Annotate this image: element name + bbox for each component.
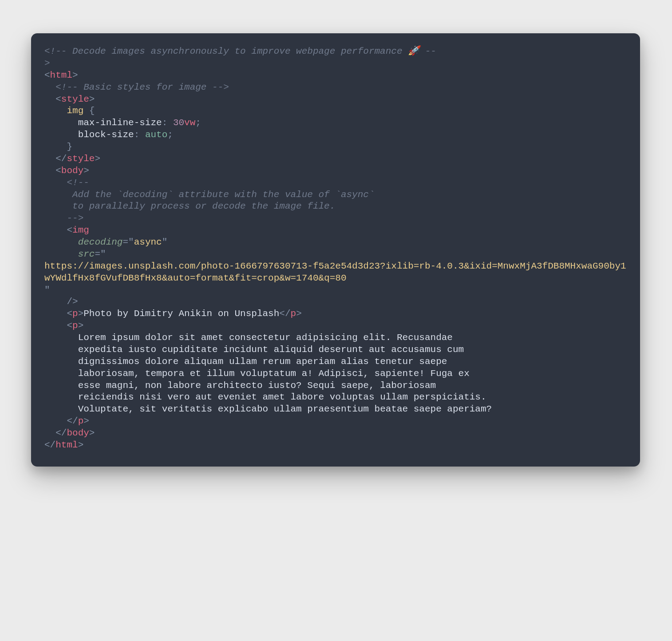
p1-open-gt: > xyxy=(78,309,84,319)
css-prop-block-size: block-size xyxy=(78,130,134,140)
p2-open-gt: > xyxy=(78,320,84,331)
body-open-lt: < xyxy=(55,166,61,176)
eq-2: = xyxy=(95,249,100,259)
p1-close-gt: > xyxy=(296,309,302,319)
attr-src: src xyxy=(78,249,95,259)
comment-block-line2: to parallelly process or decode the imag… xyxy=(72,201,335,211)
html-tag-close: html xyxy=(55,440,78,450)
style-tag-close: style xyxy=(67,154,95,164)
p2-tag-close: p xyxy=(78,416,84,426)
css-semi-1: ; xyxy=(195,118,201,128)
lorem-line1: Lorem ipsum dolor sit amet consectetur a… xyxy=(78,332,453,343)
body-tag-close: body xyxy=(67,428,89,438)
attr-decoding: decoding xyxy=(78,237,123,247)
code-block: <!-- Decode images asynchronously to imp… xyxy=(44,46,627,451)
css-brace-close: } xyxy=(67,142,72,152)
css-val-auto: auto xyxy=(145,130,167,140)
p2-open-lt: < xyxy=(67,320,72,331)
body-open-gt: > xyxy=(83,166,89,176)
val-url: https://images.unsplash.com/photo-166679… xyxy=(44,261,626,283)
p1-close-lt: </ xyxy=(279,309,290,319)
lorem-line6: reiciendis nisi vero aut eveniet amet la… xyxy=(78,392,486,402)
comment-block-close: --> xyxy=(67,213,83,223)
comment-top-line1: <!-- Decode images asynchronously to imp… xyxy=(44,46,436,56)
code-card: <!-- Decode images asynchronously to imp… xyxy=(31,33,640,467)
quote-close-1: " xyxy=(162,237,168,247)
val-async: async xyxy=(134,237,162,247)
quote-open-2: " xyxy=(100,249,106,259)
css-num-30: 30 xyxy=(173,118,184,128)
lorem-line7: Voluptate, sit veritatis explicabo ullam… xyxy=(78,404,492,414)
p1-tag-close: p xyxy=(291,309,296,319)
p2-tag-open: p xyxy=(72,320,78,331)
quote-open-1: " xyxy=(128,237,134,247)
lorem-line2: expedita iusto cupiditate incidunt aliqu… xyxy=(78,344,464,355)
html-close-gt: > xyxy=(78,440,84,450)
body-tag-open: body xyxy=(61,166,83,176)
p2-close-lt: </ xyxy=(67,416,78,426)
p2-close-gt: > xyxy=(83,416,89,426)
img-open-lt: < xyxy=(67,225,72,235)
css-colon-1: : xyxy=(162,118,168,128)
html-tag: html xyxy=(50,70,72,80)
style-open-gt: > xyxy=(89,94,95,104)
p1-open-lt: < xyxy=(67,309,72,319)
html-close-lt: </ xyxy=(44,440,55,450)
comment-block-line1: Add the `decoding` attribute with the va… xyxy=(72,190,375,200)
css-colon-2: : xyxy=(134,130,140,140)
body-close-lt: </ xyxy=(55,428,67,438)
lorem-line4: laboriosam, tempora et illum voluptatum … xyxy=(78,368,470,379)
css-unit-vw: vw xyxy=(184,118,195,128)
style-open-lt: < xyxy=(55,94,61,104)
style-close-lt: </ xyxy=(55,154,67,164)
quote-close-2: " xyxy=(44,285,50,295)
p1-tag-open: p xyxy=(72,309,78,319)
lorem-line3: dignissimos dolore aliquam ullam rerum a… xyxy=(78,356,447,367)
img-selfclose: /> xyxy=(67,297,78,307)
eq-1: = xyxy=(123,237,128,247)
style-tag-open: style xyxy=(61,94,89,104)
css-prop-max-inline-size: max-inline-size xyxy=(78,118,162,128)
html-open-lt: < xyxy=(44,70,50,80)
comment-top-line2: > xyxy=(44,58,50,68)
lorem-line5: esse magni, non labore architecto iusto?… xyxy=(78,380,436,391)
comment-styles: <!-- Basic styles for image --> xyxy=(55,82,229,92)
css-semi-2: ; xyxy=(167,130,173,140)
p1-text: Photo by Dimitry Anikin on Unsplash xyxy=(83,309,279,319)
css-brace-open: { xyxy=(83,106,95,116)
sp2 xyxy=(139,130,145,140)
stage: <!-- Decode images asynchronously to imp… xyxy=(0,0,672,641)
html-open-gt: > xyxy=(72,70,78,80)
style-close-gt: > xyxy=(95,154,100,164)
comment-block-open: <!-- xyxy=(67,178,89,188)
img-tag: img xyxy=(72,225,89,235)
body-close-gt: > xyxy=(89,428,95,438)
sp1 xyxy=(167,118,173,128)
css-selector-img: img xyxy=(67,106,83,116)
